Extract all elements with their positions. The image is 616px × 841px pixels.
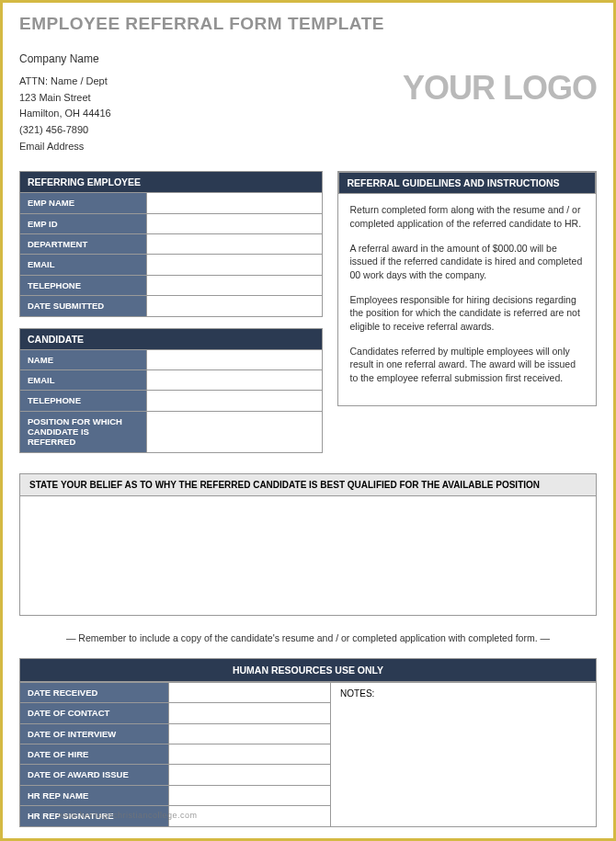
belief-section: STATE YOUR BELIEF AS TO WHY THE REFERRED… [19, 473, 597, 616]
guidelines-p3: Employees responsible for hiring decisio… [349, 293, 585, 334]
referring-employee-table: REFERRING EMPLOYEE EMP NAME EMP ID DEPAR… [19, 171, 323, 316]
company-name: Company Name [19, 51, 111, 68]
notes-label: NOTES: [340, 688, 374, 699]
guidelines-box: REFERRAL GUIDELINES AND INSTRUCTIONS Ret… [337, 171, 597, 406]
field-value[interactable] [169, 703, 331, 723]
candidate-header: CANDIDATE [20, 328, 323, 349]
logo-placeholder: YOUR LOGO [403, 69, 597, 108]
field-label: DATE OF HIRE [20, 744, 169, 765]
hr-row: DATE RECEIVED DATE OF CONTACT DATE OF IN… [19, 682, 597, 827]
form-page: EMPLOYEE REFERRAL FORM TEMPLATE Company … [0, 0, 616, 841]
belief-header: STATE YOUR BELIEF AS TO WHY THE REFERRED… [19, 473, 597, 496]
field-value[interactable] [169, 723, 331, 744]
field-label: NAME [20, 349, 147, 369]
field-label: DATE SUBMITTED [20, 296, 147, 316]
field-value[interactable] [169, 682, 331, 702]
company-block: Company Name ATTN: Name / Dept 123 Main … [19, 51, 111, 154]
field-value[interactable] [169, 744, 331, 765]
field-value[interactable] [147, 255, 323, 275]
hr-header: HUMAN RESOURCES USE ONLY [19, 658, 597, 682]
right-column: REFERRAL GUIDELINES AND INSTRUCTIONS Ret… [337, 171, 597, 464]
field-value[interactable] [147, 411, 323, 452]
guidelines-p4: Candidates referred by multiple employee… [349, 345, 585, 385]
belief-body[interactable] [19, 496, 597, 616]
field-value[interactable] [147, 233, 323, 254]
field-label: DATE OF AWARD ISSUE [20, 765, 169, 785]
field-label: POSITION FOR WHICH CANDIDATE IS REFERRED [20, 411, 147, 452]
field-value[interactable] [147, 391, 323, 411]
field-value[interactable] [147, 296, 323, 316]
field-label: EMAIL [20, 255, 147, 275]
guidelines-p1: Return completed form along with the res… [349, 203, 585, 230]
guidelines-body: Return completed form along with the res… [338, 194, 596, 405]
field-value[interactable] [169, 765, 331, 785]
field-value[interactable] [169, 785, 331, 805]
field-value[interactable] [147, 369, 323, 390]
field-label: TELEPHONE [20, 275, 147, 295]
header-row: Company Name ATTN: Name / Dept 123 Main … [19, 51, 597, 154]
field-label: EMP ID [20, 213, 147, 233]
guidelines-p2: A referral award in the amount of $000.0… [349, 242, 585, 282]
referring-header: REFERRING EMPLOYEE [20, 172, 323, 193]
field-label: DATE OF INTERVIEW [20, 723, 169, 744]
field-label: DATE RECEIVED [20, 682, 169, 702]
company-phone: (321) 456-7890 [19, 122, 111, 139]
candidate-table: CANDIDATE NAME EMAIL TELEPHONE POSITION … [19, 328, 323, 453]
watermark: www.heritagechristiancollege.com [58, 811, 198, 820]
field-label: DATE OF CONTACT [20, 703, 169, 723]
field-label: EMAIL [20, 369, 147, 390]
field-label: DEPARTMENT [20, 233, 147, 254]
company-citystate: Hamilton, OH 44416 [19, 106, 111, 122]
left-column: REFERRING EMPLOYEE EMP NAME EMP ID DEPAR… [19, 171, 323, 464]
company-email: Email Address [19, 139, 111, 155]
company-street: 123 Main Street [19, 90, 111, 107]
field-label: TELEPHONE [20, 391, 147, 411]
reminder-text: — Remember to include a copy of the cand… [19, 623, 597, 654]
hr-section: HUMAN RESOURCES USE ONLY DATE RECEIVED D… [19, 658, 597, 827]
hr-left: DATE RECEIVED DATE OF CONTACT DATE OF IN… [19, 682, 331, 827]
field-value[interactable] [147, 213, 323, 233]
hr-notes[interactable]: NOTES: [331, 682, 597, 827]
field-label: EMP NAME [20, 193, 147, 213]
field-value[interactable] [147, 349, 323, 369]
main-columns: REFERRING EMPLOYEE EMP NAME EMP ID DEPAR… [19, 171, 597, 464]
guidelines-header: REFERRAL GUIDELINES AND INSTRUCTIONS [338, 172, 596, 194]
page-title: EMPLOYEE REFERRAL FORM TEMPLATE [19, 14, 597, 34]
hr-table: DATE RECEIVED DATE OF CONTACT DATE OF IN… [19, 682, 331, 827]
company-attn: ATTN: Name / Dept [19, 74, 111, 90]
field-value[interactable] [147, 193, 323, 213]
field-value[interactable] [147, 275, 323, 295]
field-label: HR REP NAME [20, 785, 169, 805]
